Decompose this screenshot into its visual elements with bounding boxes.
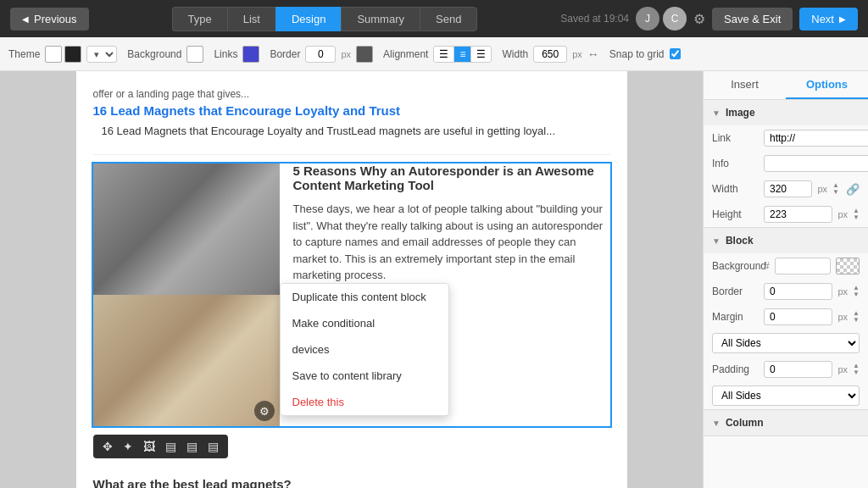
step-list[interactable]: List [227,7,275,31]
tab-insert[interactable]: Insert [704,71,786,99]
width-label: Width [502,48,528,60]
snap-checkbox[interactable] [670,48,681,59]
block-margin-input[interactable] [764,308,832,325]
step-type[interactable]: Type [172,7,227,31]
column-section-header[interactable]: ▼ Column [704,410,868,435]
links-label: Links [214,48,237,60]
devices-item[interactable]: devices [281,336,448,363]
img-height-unit: px [837,209,848,219]
article-link[interactable]: 16 Lead Magnets that Encourage Loyalty a… [93,103,610,118]
next-button[interactable]: Next [799,8,858,30]
align-center-button[interactable]: ≡ [454,47,471,62]
snap-label: Snap to grid [609,48,665,60]
content-body: These days, we hear a lot of people talk… [293,201,610,284]
border-label: Border [270,48,300,60]
duplicate-item[interactable]: Duplicate this content block [281,284,448,310]
swatch-black[interactable] [64,46,81,63]
background-group: Background [127,46,203,63]
block-padding-unit: px [837,364,848,374]
canvas-area[interactable]: offer or a landing page that gives... 16… [0,71,703,488]
block-align-left-button[interactable]: ▤ [161,438,181,455]
width-spin-down[interactable]: ▼ [832,189,839,196]
block-align-center-button[interactable]: ▤ [182,438,202,455]
block-section-header[interactable]: ▼ Block [704,228,868,253]
chain-icon: 🔗 [846,183,860,196]
step-send[interactable]: Send [420,7,477,31]
avatar-group: J C [636,7,687,30]
width-input[interactable] [533,46,567,63]
border-input[interactable] [305,46,336,63]
block-border-unit: px [837,286,848,297]
border-color[interactable] [356,46,373,63]
theme-group: Theme ▾ [8,46,117,63]
panel-tabs: Insert Options [704,71,868,100]
content-title: 5 Reasons Why an Autoresponder is an Awe… [293,164,610,192]
swatch-white[interactable] [45,46,62,63]
links-swatch[interactable] [242,46,259,63]
margin-sides-dropdown[interactable]: All Sides [712,333,860,353]
width-spinbox: ▲ ▼ [832,182,839,196]
tab-options[interactable]: Options [786,71,868,99]
info-label: Info [712,158,759,169]
prev-button[interactable]: Previous [10,8,89,30]
divider [93,154,610,155]
bottom-section: What are the best lead magnets? Lead mag… [93,477,610,488]
block-bg-input[interactable] [775,258,831,274]
margin-spin-down[interactable]: ▼ [853,317,860,324]
gear-overlay[interactable]: ⚙ [254,401,275,421]
img-height-input[interactable] [764,206,832,223]
step-design[interactable]: Design [275,7,341,31]
background-swatch[interactable] [186,46,203,63]
canvas-inner: offer or a landing page that gives... 16… [76,71,627,488]
height-spinbox: ▲ ▼ [853,208,860,221]
alignment-buttons: ☰ ≡ ☰ [433,46,492,63]
block-padding-input[interactable] [764,361,832,378]
border-spinbox: ▲ ▼ [853,285,860,298]
settings-button[interactable]: ⚙ [693,11,705,27]
avatar-2: C [663,7,687,30]
padding-spinbox: ▲ ▼ [853,363,860,376]
theme-dropdown[interactable]: ▾ [86,46,117,63]
background-label: Background [127,48,181,60]
article-block: offer or a landing page that gives... 16… [93,88,610,137]
watch-image-bottom [93,295,280,426]
height-spin-down[interactable]: ▼ [853,214,860,221]
block-align-right-button[interactable]: ▤ [203,438,223,455]
link-input[interactable] [764,130,868,147]
bottom-title: What are the best lead magnets? [93,477,610,488]
block-border-input[interactable] [764,283,832,300]
padding-sides-dropdown[interactable]: All Sides [712,385,860,406]
step-summary[interactable]: Summary [341,7,420,31]
block-padding-row: Padding px ▲ ▼ [704,357,868,382]
resize-icon: ↔ [587,47,599,61]
margin-spinbox: ▲ ▼ [853,310,860,324]
block-image-button[interactable]: 🖼 [139,438,159,455]
img-width-label: Width [712,183,759,195]
delete-item[interactable]: Delete this [281,389,448,415]
align-left-button[interactable]: ☰ [434,47,454,62]
link-label: Link [712,132,759,144]
block-section-label: Block [726,235,754,247]
column-section-label: Column [726,417,764,429]
top-nav: Previous Type List Design Summary Send S… [0,0,868,37]
avatar-1: J [636,7,659,30]
conditional-item[interactable]: Make conditional [281,310,448,336]
padding-sides-row: All Sides [704,382,868,409]
save-exit-button[interactable]: Save & Exit [712,8,793,30]
info-input[interactable] [764,155,868,172]
img-height-row: Height px ▲ ▼ [704,202,868,227]
block-pin-button[interactable]: ✦ [119,438,137,455]
padding-spin-down[interactable]: ▼ [853,369,860,376]
theme-label: Theme [8,48,40,60]
library-item[interactable]: Save to content library [281,363,448,389]
border-spin-down[interactable]: ▼ [853,291,860,298]
color-preview[interactable] [836,258,860,274]
image-container: ✥ ✦ 🖼 ▤ ▤ ▤ ⚙ [93,164,280,426]
align-right-button[interactable]: ☰ [471,47,491,62]
block-arrow: ▼ [712,236,721,246]
img-width-input[interactable] [764,180,812,197]
theme-swatch[interactable] [45,46,81,63]
block-move-button[interactable]: ✥ [98,438,117,455]
image-section-header[interactable]: ▼ Image [704,100,868,125]
image-arrow: ▼ [712,108,721,118]
